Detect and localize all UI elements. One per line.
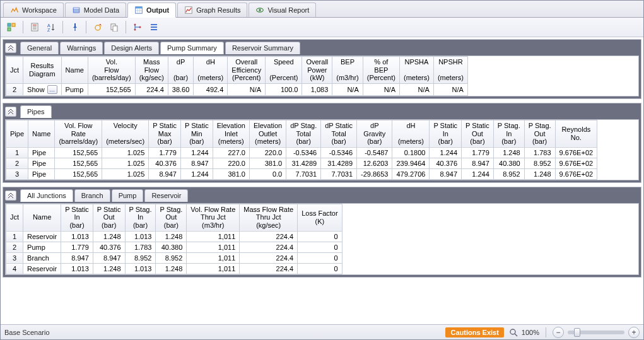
col-mass-flow[interactable]: Mass Flow(kg/sec) xyxy=(135,57,168,84)
col-name[interactable]: Name xyxy=(28,120,55,147)
col-dh[interactable]: dH (meters) xyxy=(392,120,430,147)
svg-rect-18 xyxy=(33,28,37,30)
table-row[interactable]: 2 Show … Pump 152,565 224.4 38.60 492.4 xyxy=(6,83,468,95)
svg-rect-5 xyxy=(136,7,143,9)
collapse-button[interactable] xyxy=(5,43,16,53)
col-p-stag-in[interactable]: P Stag. In(bar) xyxy=(125,204,156,231)
toolbar-branch-button[interactable] xyxy=(131,20,144,34)
table-row[interactable]: 1Pipe152,5651.0251.7791.244227.0220.0-0.… xyxy=(6,147,597,158)
col-pipe[interactable]: Pipe xyxy=(6,120,28,147)
svg-rect-3 xyxy=(73,11,79,13)
pipes-grid[interactable]: Pipe Name Vol. Flow Rate(barrels/day) Ve… xyxy=(5,119,639,180)
show-label: Show xyxy=(27,86,45,93)
toolbar-refresh-button[interactable] xyxy=(91,20,105,34)
col-name[interactable]: Name xyxy=(23,204,61,231)
table-row[interactable]: 1Reservoir1.0131.2481.0131.2481,011224.4… xyxy=(6,231,342,242)
col-dh[interactable]: dH (meters) xyxy=(194,57,228,84)
col-results-diagram[interactable]: Results Diagram xyxy=(23,57,62,84)
col-p-stag-in[interactable]: P Stag. In(bar) xyxy=(493,120,524,147)
show-diagram-button[interactable]: … xyxy=(47,85,57,94)
tab-workspace[interactable]: Workspace xyxy=(3,3,64,17)
summary-panel: General Warnings Design Alerts Pump Summ… xyxy=(3,39,641,99)
output-icon xyxy=(134,6,143,15)
col-elev-inlet[interactable]: Elevation Inlet(meters) xyxy=(213,120,249,147)
col-name[interactable]: Name xyxy=(61,57,88,84)
subtab-reservoir[interactable]: Reservoir xyxy=(144,189,188,202)
col-vfr-thru[interactable]: Vol. Flow Rate Thru Jct(m3/hr) xyxy=(187,204,240,231)
collapse-button[interactable] xyxy=(5,107,16,117)
col-speed[interactable]: Speed (Percent) xyxy=(266,57,302,84)
svg-rect-31 xyxy=(151,29,157,30)
col-elev-outlet[interactable]: Elevation Outlet(meters) xyxy=(249,120,286,147)
zoom-out-button[interactable]: − xyxy=(553,327,564,338)
cautions-badge[interactable]: Cautions Exist xyxy=(445,327,503,337)
col-p-static-max[interactable]: P Static Max(bar) xyxy=(149,120,181,147)
col-dp-stag-total[interactable]: dP Stag. Total(bar) xyxy=(286,120,321,147)
toolbar-copy-button[interactable] xyxy=(107,20,121,34)
table-row[interactable]: 3Branch8.9478.9478.9528.9521,011224.40 xyxy=(6,252,342,263)
tab-label: Graph Results xyxy=(196,6,240,14)
col-p-static-min[interactable]: P Static Min(bar) xyxy=(180,120,213,147)
tab-output[interactable]: Output xyxy=(127,3,176,18)
col-vol-flow-rate[interactable]: Vol. Flow Rate(barrels/day) xyxy=(55,120,102,147)
toolbar-toggle-panels-button[interactable] xyxy=(4,20,18,34)
col-dp-gravity[interactable]: dP Gravity(bar) xyxy=(357,120,392,147)
scenario-label: Base Scenario xyxy=(4,329,50,336)
table-row[interactable]: 4Reservoir1.0131.2481.0131.2481,011224.4… xyxy=(6,263,342,274)
svg-rect-13 xyxy=(12,23,15,26)
col-p-static-in[interactable]: P Static In(bar) xyxy=(430,120,462,147)
table-row[interactable]: 3Pipe152,5651.0258.9471.244381.00.07.703… xyxy=(6,168,597,179)
col-overall-power[interactable]: Overall Power(kW) xyxy=(302,57,332,84)
toolbar-report-options-button[interactable] xyxy=(28,20,42,34)
svg-rect-2 xyxy=(73,9,79,11)
subtab-general[interactable]: General xyxy=(20,42,59,54)
col-pct-bep[interactable]: % of BEP(Percent) xyxy=(363,57,399,84)
toolbar-list-button[interactable] xyxy=(147,20,161,34)
col-loss-factor[interactable]: Loss Factor (K) xyxy=(298,204,342,231)
col-npsha[interactable]: NPSHA (meters) xyxy=(399,57,433,84)
subtab-pump-summary[interactable]: Pump Summary xyxy=(160,42,224,54)
tab-visual-report[interactable]: Visual Report xyxy=(249,3,316,17)
col-mfr-thru[interactable]: Mass Flow Rate Thru Jct(kg/sec) xyxy=(240,204,298,231)
subtab-warnings[interactable]: Warnings xyxy=(60,42,103,54)
table-row[interactable]: 2Pipe152,5651.02540.3768.947220.0381.031… xyxy=(6,158,597,168)
toolbar-pin-button[interactable] xyxy=(67,20,81,34)
col-vol-flow[interactable]: Vol. Flow(barrels/day) xyxy=(88,57,135,84)
table-row[interactable]: 2Pump1.77940.3761.78340.3801,011224.40 xyxy=(6,242,342,252)
subtab-design-alerts[interactable]: Design Alerts xyxy=(104,42,159,54)
subtab-all-junctions[interactable]: All Junctions xyxy=(20,189,73,202)
zoom-magnifier-icon[interactable] xyxy=(509,328,518,337)
col-npshr[interactable]: NPSHR (meters) xyxy=(433,57,467,84)
subtab-reservoir-summary[interactable]: Reservoir Summary xyxy=(225,42,300,54)
col-p-static-out[interactable]: P Static Out(bar) xyxy=(93,204,125,231)
subtab-branch[interactable]: Branch xyxy=(74,189,110,202)
subtab-pipes[interactable]: Pipes xyxy=(20,105,52,118)
col-velocity[interactable]: Velocity (meters/sec) xyxy=(102,120,149,147)
tab-graph-results[interactable]: Graph Results xyxy=(177,3,247,17)
collapse-button[interactable] xyxy=(5,191,16,201)
col-jct[interactable]: Jct xyxy=(6,57,23,84)
col-p-stag-out[interactable]: P Stag. Out(bar) xyxy=(524,120,555,147)
zoom-slider[interactable] xyxy=(568,331,624,334)
subtab-pump[interactable]: Pump xyxy=(112,189,144,202)
zoom-in-button[interactable]: + xyxy=(628,327,640,338)
col-dp-static-total[interactable]: dP Static Total(bar) xyxy=(321,120,357,147)
junctions-grid[interactable]: Jct Name P Static In(bar) P Static Out(b… xyxy=(5,203,639,275)
col-dp[interactable]: dP (bar) xyxy=(168,57,194,84)
svg-text:Z: Z xyxy=(47,28,50,32)
col-p-static-in[interactable]: P Static In(bar) xyxy=(61,204,93,231)
col-overall-eff[interactable]: Overall Efficiency(Percent) xyxy=(228,57,266,84)
col-p-stag-out[interactable]: P Stag. Out(bar) xyxy=(156,204,187,231)
svg-rect-17 xyxy=(33,26,37,28)
toolbar-sort-button[interactable]: AZ xyxy=(44,20,58,34)
pump-summary-grid[interactable]: Jct Results Diagram Name Vol. Flow(barre… xyxy=(5,56,639,97)
zoom-thumb[interactable] xyxy=(574,328,580,337)
svg-rect-14 xyxy=(8,28,11,31)
col-p-static-out[interactable]: P Static Out(bar) xyxy=(462,120,494,147)
col-jct[interactable]: Jct xyxy=(6,204,23,231)
tab-model-data[interactable]: Model Data xyxy=(65,3,126,17)
svg-point-32 xyxy=(510,329,515,334)
chevron-up-double-icon xyxy=(8,192,14,199)
col-bep[interactable]: BEP (m3/hr) xyxy=(332,57,363,84)
col-reynolds[interactable]: Reynolds No. xyxy=(555,120,597,147)
